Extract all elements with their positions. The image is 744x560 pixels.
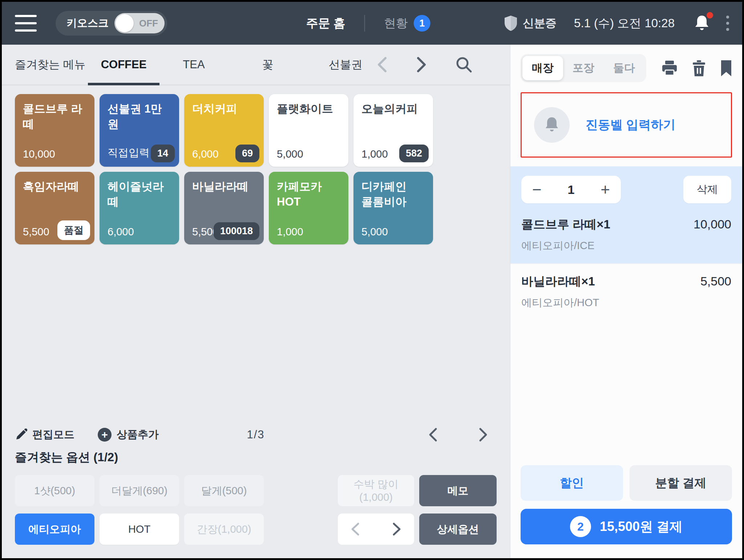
- main: 즐겨찾는 메뉴 COFFEE TEA 꽃 선불권: [2, 45, 742, 558]
- product-price: 6,000: [108, 226, 134, 238]
- nav-order-home[interactable]: 주문 홈: [306, 15, 345, 32]
- menu-panel: 즐겨찾는 메뉴 COFFEE TEA 꽃 선불권: [2, 45, 510, 558]
- product-name: 흑임자라떼: [23, 179, 86, 194]
- grid-prev-icon[interactable]: [428, 427, 438, 442]
- edit-mode-label: 편집모드: [32, 427, 74, 442]
- channel-store-tab[interactable]: 매장: [522, 56, 563, 80]
- print-icon[interactable]: [662, 61, 678, 76]
- product-price: 10,000: [23, 148, 55, 160]
- option-sweeter-button[interactable]: 더달게(690): [100, 475, 179, 506]
- kiosk-state-label: OFF: [139, 18, 158, 29]
- product-count-badge: 100018: [214, 222, 259, 240]
- minus-button[interactable]: −: [532, 182, 542, 198]
- add-product-label: 상품추가: [117, 427, 159, 442]
- product-tile[interactable]: 바닐라라떼 5,500 100018: [184, 172, 264, 244]
- tab-tea[interactable]: TEA: [183, 45, 205, 85]
- plus-circle-icon: +: [98, 428, 112, 442]
- hamburger-menu-icon[interactable]: [15, 15, 37, 32]
- pay-label: 15,500원 결제: [600, 518, 683, 536]
- delete-item-button[interactable]: 삭제: [683, 176, 731, 203]
- product-price: 5,000: [277, 148, 303, 160]
- cart-header: 매장 포장 둘다: [521, 54, 732, 82]
- divider: [364, 15, 365, 32]
- product-tile[interactable]: 카페모카 HOT 1,000: [269, 172, 348, 244]
- tab-favorites[interactable]: 즐겨찾는 메뉴: [15, 45, 86, 85]
- kebab-menu-icon[interactable]: [726, 16, 729, 31]
- tab-voucher[interactable]: 선불권: [329, 45, 363, 85]
- grid-next-icon[interactable]: [478, 427, 488, 442]
- pay-button[interactable]: 2 15,500원 결제: [521, 509, 732, 544]
- page-indicator: 1/3: [247, 428, 264, 441]
- option-sweet-button[interactable]: 달게(500): [184, 475, 264, 506]
- memo-button[interactable]: 메모: [419, 475, 497, 506]
- toggle-knob: [116, 14, 134, 32]
- notification-bell-icon[interactable]: [694, 14, 710, 32]
- kiosk-label: 키오스크: [66, 16, 109, 31]
- tabs-next-icon[interactable]: [416, 57, 427, 73]
- kiosk-toggle[interactable]: OFF: [114, 13, 165, 33]
- product-price: 1,000: [361, 148, 388, 160]
- favorite-options: 즐겨찾는 옵션 (1/2) 1샷(500) 더달게(690) 달게(500) 수…: [2, 449, 510, 558]
- option-ethiopia-button[interactable]: 에티오피아: [15, 514, 94, 545]
- option-hot-button[interactable]: HOT: [100, 514, 179, 545]
- tabs-prev-icon[interactable]: [377, 57, 388, 73]
- cart-list: − 1 + 삭제 콜드브루 라떼×1 10,000 에티오피아/ICE 바닐: [510, 166, 742, 320]
- item-title-row: 바닐라라떼×1 5,500: [521, 273, 731, 290]
- item-option: 에티오피아/ICE: [521, 239, 731, 253]
- product-price: 5,500: [23, 226, 49, 238]
- notification-dot: [707, 12, 713, 19]
- tab-coffee[interactable]: COFFEE: [101, 45, 147, 85]
- product-count-badge: 14: [151, 145, 175, 162]
- cart-actions: 할인 분할 결제: [521, 465, 732, 501]
- product-count-badge: 69: [235, 145, 259, 162]
- pay-count-badge: 2: [570, 516, 591, 537]
- option-soy-button[interactable]: 간장(1,000): [184, 514, 264, 545]
- options-row-1: 1샷(500) 더달게(690) 달게(500) 수박 많이 (1,000) 메…: [15, 475, 497, 506]
- cart-panel: 매장 포장 둘다: [510, 45, 742, 558]
- bookmark-icon[interactable]: [720, 60, 732, 76]
- product-tile[interactable]: 디카페인 콜롬비아 5,000: [353, 172, 433, 244]
- product-price: 직접입력: [108, 146, 150, 160]
- channel-both-tab[interactable]: 둘다: [604, 56, 644, 80]
- item-name: 콜드브루 라떼×1: [521, 216, 610, 233]
- cart-item[interactable]: 바닐라라떼×1 5,500 에티오피아/HOT: [510, 263, 742, 320]
- detail-options-button[interactable]: 상세옵션: [419, 514, 497, 545]
- product-tile[interactable]: 오늘의커피 1,000 582: [353, 94, 433, 167]
- trash-icon[interactable]: [692, 60, 706, 76]
- product-price: 5,000: [361, 226, 388, 238]
- product-name: 디카페인 콜롬비아: [361, 179, 425, 210]
- item-price: 5,500: [700, 274, 731, 288]
- option-watermelon-button[interactable]: 수박 많이 (1,000): [338, 475, 414, 506]
- topbar-center: 주문 홈 현황 1: [306, 2, 430, 45]
- channel-takeout-tab[interactable]: 포장: [563, 56, 604, 80]
- kiosk-toggle-group: 키오스크 OFF: [56, 11, 167, 36]
- discount-button[interactable]: 할인: [521, 465, 623, 501]
- edit-mode-button[interactable]: 편집모드: [15, 427, 74, 442]
- add-product-button[interactable]: + 상품추가: [98, 427, 159, 442]
- product-tile[interactable]: 더치커피 6,000 69: [184, 94, 264, 167]
- plus-button[interactable]: +: [601, 182, 610, 198]
- tab-nav: [377, 56, 497, 73]
- buzzer-input-button[interactable]: 진동벨 입력하기: [521, 92, 732, 158]
- product-tile[interactable]: 선불권 1만원 직접입력 14: [100, 94, 179, 167]
- nav-status[interactable]: 현황: [384, 15, 408, 32]
- product-tile[interactable]: 흑임자라떼 5,500 품절: [15, 172, 94, 244]
- options-pager: [338, 514, 414, 545]
- grid-pager: 편집모드 + 상품추가 1/3: [15, 427, 497, 442]
- product-name: 카페모카 HOT: [277, 179, 340, 210]
- options-prev-icon[interactable]: [351, 522, 360, 536]
- status-count-badge: 1: [414, 15, 430, 32]
- product-tile[interactable]: 헤이즐넛라떼 6,000: [100, 172, 179, 244]
- search-icon[interactable]: [455, 56, 473, 73]
- soldout-badge: 품절: [57, 220, 90, 240]
- id-check-button[interactable]: 신분증: [504, 15, 557, 31]
- tab-flower[interactable]: 꽃: [262, 45, 274, 85]
- product-tile[interactable]: 플랫화이트 5,000: [269, 94, 348, 167]
- cart-icons: [662, 60, 732, 76]
- split-payment-button[interactable]: 분할 결제: [630, 465, 732, 501]
- options-next-icon[interactable]: [392, 522, 401, 536]
- product-tile[interactable]: 콜드브루 라떼 10,000: [15, 94, 94, 167]
- option-shot-button[interactable]: 1샷(500): [15, 475, 94, 506]
- buzzer-avatar: [534, 107, 570, 143]
- cart-item-selected[interactable]: − 1 + 삭제 콜드브루 라떼×1 10,000 에티오피아/ICE: [510, 166, 742, 263]
